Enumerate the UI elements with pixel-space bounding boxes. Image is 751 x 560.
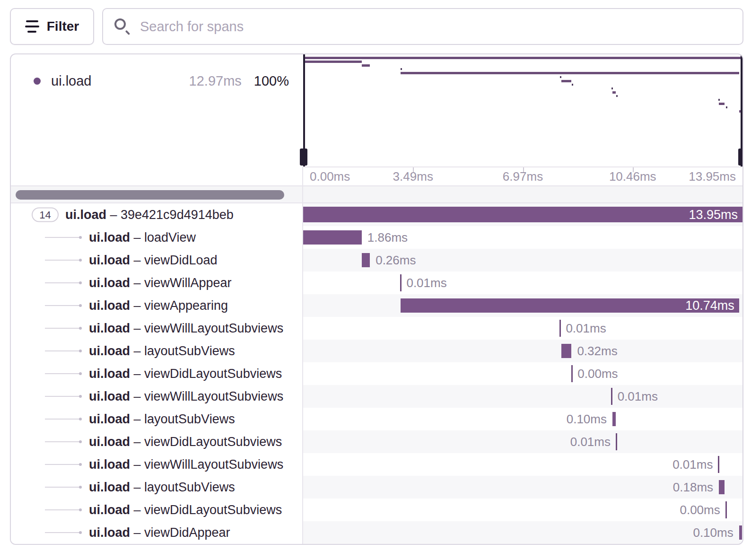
span-label[interactable]: ui.load – viewWillLayoutSubviews xyxy=(89,389,283,404)
span-bar-cell[interactable]: 1.86ms xyxy=(303,226,742,249)
span-label[interactable]: ui.load – loadView xyxy=(89,230,196,245)
span-tree-cell[interactable]: ui.load – viewDidAppear xyxy=(11,521,303,544)
tree-connector-horizontal xyxy=(45,441,80,442)
span-tree-cell[interactable]: ui.load – viewDidLoad xyxy=(11,249,303,271)
tree-connector-horizontal xyxy=(45,396,80,397)
span-row: 14ui.load – 39e421c9d4914beb 13.95ms xyxy=(11,203,742,226)
span-label[interactable]: ui.load – viewDidLoad xyxy=(89,253,218,268)
span-tree-cell[interactable]: ui.load – viewWillLayoutSubviews xyxy=(11,317,303,340)
tree-connector-dot xyxy=(79,372,82,375)
span-label[interactable]: ui.load – viewWillLayoutSubviews xyxy=(89,321,283,336)
span-rows: 14ui.load – 39e421c9d4914beb 13.95ms ui.… xyxy=(11,203,742,544)
span-bar-cell[interactable]: 10.74ms xyxy=(303,294,742,317)
tree-connector-horizontal xyxy=(45,350,80,351)
span-duration-label: 0.00ms xyxy=(577,367,618,381)
span-duration-bar[interactable] xyxy=(739,525,742,540)
span-duration-bar[interactable] xyxy=(611,388,612,405)
span-row: ui.load – viewDidLoad 0.26ms xyxy=(11,249,742,271)
span-duration-bar[interactable] xyxy=(559,320,561,337)
span-bar-cell[interactable]: 0.01ms xyxy=(303,317,742,340)
axis-label: 6.97ms xyxy=(503,169,543,184)
span-label[interactable]: ui.load – viewDidLayoutSubviews xyxy=(89,503,282,517)
span-search[interactable] xyxy=(102,8,743,45)
search-input[interactable] xyxy=(140,19,731,35)
span-duration-label: 0.10ms xyxy=(693,525,733,540)
span-duration-bar[interactable] xyxy=(303,230,362,245)
span-duration-bar[interactable] xyxy=(400,274,402,291)
span-bar-cell[interactable]: 0.10ms xyxy=(303,408,742,430)
span-row: ui.load – layoutSubViews 0.32ms xyxy=(11,340,742,362)
span-label[interactable]: ui.load – layoutSubViews xyxy=(89,412,235,427)
span-bar-cell[interactable]: 13.95ms xyxy=(303,203,742,226)
span-row: ui.load – viewWillLayoutSubviews 0.01ms xyxy=(11,317,742,340)
tree-connector-dot xyxy=(79,463,82,466)
minimap-span xyxy=(616,95,618,97)
viewport-grip-left[interactable] xyxy=(300,149,307,166)
axis-label: 10.46ms xyxy=(609,169,656,184)
span-label[interactable]: ui.load – layoutSubViews xyxy=(89,480,235,495)
span-bar-cell[interactable]: 0.01ms xyxy=(303,271,742,294)
span-label[interactable]: ui.load – viewDidLayoutSubviews xyxy=(89,367,282,381)
span-bar-cell[interactable]: 0.00ms xyxy=(303,362,742,385)
span-tree-cell[interactable]: ui.load – viewWillAppear xyxy=(11,271,303,294)
span-duration-bar[interactable] xyxy=(719,480,725,494)
span-duration-bar[interactable] xyxy=(718,456,719,473)
span-duration-label: 0.01ms xyxy=(672,457,713,472)
filter-icon xyxy=(25,20,39,33)
span-label[interactable]: ui.load – layoutSubViews xyxy=(89,344,235,359)
timeline-axis: 0.00ms3.49ms6.97ms10.46ms13.95ms xyxy=(11,166,742,185)
trace-view: Filter ui.load 12.97ms 100% xyxy=(0,0,751,560)
span-bar-cell[interactable]: 0.18ms xyxy=(303,476,742,499)
span-duration-bar[interactable] xyxy=(612,412,616,426)
viewport-grip-right[interactable] xyxy=(738,149,743,166)
span-label[interactable]: ui.load – 39e421c9d4914beb xyxy=(65,208,234,222)
span-bar-cell[interactable]: 0.00ms xyxy=(303,499,742,521)
span-label[interactable]: ui.load – viewWillAppear xyxy=(89,276,232,290)
span-tree-cell[interactable]: ui.load – layoutSubViews xyxy=(11,476,303,499)
span-bar-cell[interactable]: 0.32ms xyxy=(303,340,742,362)
span-label[interactable]: ui.load – viewAppearing xyxy=(89,298,228,313)
span-tree-cell[interactable]: ui.load – loadView xyxy=(11,226,303,249)
span-duration-label: 0.26ms xyxy=(376,253,416,268)
span-count-badge[interactable]: 14 xyxy=(32,208,59,222)
span-label[interactable]: ui.load – viewWillLayoutSubviews xyxy=(89,457,283,472)
span-duration-bar[interactable] xyxy=(303,207,742,222)
span-bar-cell[interactable]: 0.01ms xyxy=(303,385,742,408)
span-tree-cell[interactable]: ui.load – viewDidLayoutSubviews xyxy=(11,430,303,453)
span-tree-cell[interactable]: ui.load – layoutSubViews xyxy=(11,408,303,430)
filter-button[interactable]: Filter xyxy=(10,8,94,45)
minimap-span xyxy=(561,80,571,82)
minimap-span xyxy=(362,64,370,67)
span-duration-label: 0.01ms xyxy=(406,276,446,290)
span-bar-cell[interactable]: 0.01ms xyxy=(303,453,742,476)
span-duration-bar[interactable] xyxy=(725,501,727,518)
span-duration-label: 0.01ms xyxy=(570,435,611,449)
span-duration-bar[interactable] xyxy=(561,344,571,358)
horizontal-scrollbar-thumb[interactable] xyxy=(16,190,284,200)
trace-minimap[interactable] xyxy=(303,54,742,166)
minimap-span xyxy=(572,84,573,86)
span-duration-bar[interactable] xyxy=(571,365,573,382)
span-bar-cell[interactable]: 0.10ms xyxy=(303,521,742,544)
span-duration-bar[interactable] xyxy=(616,433,617,450)
span-tree-cell[interactable]: ui.load – layoutSubViews xyxy=(11,340,303,362)
span-bar-cell[interactable]: 0.01ms xyxy=(303,430,742,453)
span-tree-cell[interactable]: 14ui.load – 39e421c9d4914beb xyxy=(11,203,303,226)
trace-panel: ui.load 12.97ms 100% 0.00ms3.49ms6.97ms1… xyxy=(10,53,743,545)
tree-connector-dot xyxy=(79,395,82,398)
span-duration-bar[interactable] xyxy=(362,253,370,267)
tree-connector-dot xyxy=(79,259,82,262)
span-duration-label: 13.95ms xyxy=(689,208,738,222)
span-tree-cell[interactable]: ui.load – viewWillLayoutSubviews xyxy=(11,385,303,408)
span-tree-cell[interactable]: ui.load – viewAppearing xyxy=(11,294,303,317)
span-duration-label: 0.01ms xyxy=(618,389,658,404)
span-tree-cell[interactable]: ui.load – viewDidLayoutSubviews xyxy=(11,499,303,521)
span-label[interactable]: ui.load – viewDidLayoutSubviews xyxy=(89,435,282,449)
span-tree-cell[interactable]: ui.load – viewWillLayoutSubviews xyxy=(11,453,303,476)
tree-connector-horizontal xyxy=(45,419,80,420)
span-label[interactable]: ui.load – viewDidAppear xyxy=(89,525,230,540)
tree-connector-horizontal xyxy=(45,464,80,465)
span-tree-cell[interactable]: ui.load – viewDidLayoutSubviews xyxy=(11,362,303,385)
span-bar-cell[interactable]: 0.26ms xyxy=(303,249,742,271)
tree-connector-dot xyxy=(79,531,82,534)
